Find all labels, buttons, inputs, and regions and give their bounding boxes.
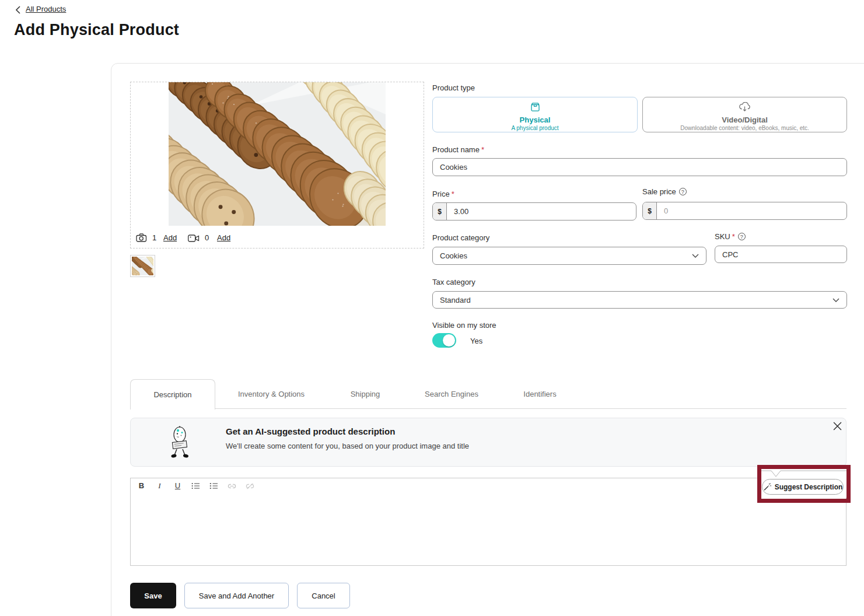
unlink-icon[interactable]: [241, 483, 259, 489]
suggest-description-button[interactable]: Suggest Description: [762, 479, 844, 495]
product-type-label: Product type: [432, 83, 475, 92]
video-count: 0: [205, 233, 209, 242]
tax-category-select[interactable]: Standard: [432, 291, 847, 309]
add-photo-link[interactable]: Add: [163, 233, 177, 242]
magic-wand-icon: [763, 483, 771, 491]
sale-price-value: 0: [657, 202, 846, 219]
tab-description[interactable]: Description: [130, 379, 215, 410]
product-type-physical[interactable]: Physical A physical product: [432, 97, 638, 132]
bold-button[interactable]: B: [132, 478, 151, 494]
bullet-list-icon[interactable]: [187, 482, 205, 489]
photo-count: 1: [152, 233, 156, 242]
price-label: Price*: [432, 190, 454, 198]
suggest-description-label: Suggest Description: [775, 483, 843, 491]
back-link[interactable]: All Products: [26, 5, 66, 13]
visibility-state: Yes: [470, 337, 482, 345]
cloud-download-icon: [739, 102, 751, 112]
help-icon[interactable]: ?: [679, 188, 687, 195]
tab-label: Identifiers: [523, 390, 556, 398]
product-name-input[interactable]: Cookies: [432, 158, 847, 176]
tax-category-label: Tax category: [432, 278, 475, 286]
package-icon: [530, 102, 540, 112]
tax-category-value: Standard: [440, 296, 471, 304]
save-button[interactable]: Save: [130, 583, 176, 608]
chevron-down-icon: [832, 298, 839, 302]
required-asterisk: *: [452, 190, 454, 198]
product-category-select[interactable]: Cookies: [432, 247, 706, 265]
sku-label: SKU*?: [715, 232, 746, 241]
camera-icon: [136, 233, 147, 242]
visibility-toggle[interactable]: [432, 333, 456, 348]
tab-label: Search Engines: [425, 390, 478, 398]
add-video-link[interactable]: Add: [217, 233, 230, 242]
product-category-label: Product category: [432, 233, 489, 242]
save-and-add-another-button[interactable]: Save and Add Another: [184, 583, 289, 608]
back-chevron-icon[interactable]: [15, 6, 21, 14]
add-product-page: All Products Add Physical Product 1 Add …: [0, 0, 864, 616]
sale-price-label: Sale price?: [642, 187, 687, 196]
editor-toolbar: B I U: [130, 478, 846, 494]
product-type-digital[interactable]: Video/Digital Downloadable content: vide…: [642, 97, 847, 132]
required-asterisk: *: [481, 145, 484, 154]
required-asterisk: *: [732, 232, 735, 241]
ai-banner-title: Get an AI-suggested product description: [226, 426, 395, 436]
tab-shipping[interactable]: Shipping: [327, 379, 403, 409]
tab-label: Inventory & Options: [238, 390, 305, 398]
numbered-list-icon[interactable]: [205, 482, 223, 489]
sale-price-input[interactable]: $ 0: [642, 202, 847, 220]
physical-title: Physical: [433, 116, 637, 124]
photo-thumbnail-image: [132, 257, 153, 275]
currency-prefix: $: [643, 202, 657, 219]
photo-thumbnail[interactable]: [130, 255, 155, 277]
product-category-value: Cookies: [440, 251, 467, 260]
product-name-value: Cookies: [440, 163, 467, 172]
description-editor-body[interactable]: [130, 494, 846, 566]
tab-identifiers[interactable]: Identifiers: [500, 379, 580, 409]
product-photo-cookies: [169, 82, 386, 226]
chevron-down-icon: [692, 254, 699, 258]
digital-subtitle: Downloadable content: video, eBooks, mus…: [643, 125, 846, 131]
cancel-button[interactable]: Cancel: [297, 583, 350, 608]
italic-button[interactable]: I: [151, 478, 169, 494]
help-icon[interactable]: ?: [738, 233, 746, 240]
physical-subtitle: A physical product: [433, 125, 637, 131]
toggle-knob: [443, 334, 455, 346]
product-name-label: Product name*: [432, 145, 484, 154]
close-icon[interactable]: [833, 422, 842, 430]
visibility-label: Visible on my store: [432, 321, 496, 330]
tab-search-engines[interactable]: Search Engines: [403, 379, 500, 409]
tab-inventory-options[interactable]: Inventory & Options: [215, 379, 327, 409]
sku-value: CPC: [722, 250, 738, 259]
underline-button[interactable]: U: [169, 478, 187, 494]
page-title: Add Physical Product: [14, 21, 179, 39]
price-input[interactable]: $ 3.00: [432, 202, 636, 220]
ai-banner-subtitle: We'll create some content for you, based…: [226, 442, 469, 450]
ai-mascot-illustration: [169, 426, 192, 460]
tab-label: Description: [153, 390, 191, 399]
currency-prefix: $: [433, 203, 447, 220]
price-value: 3.00: [447, 203, 636, 220]
sku-input[interactable]: CPC: [715, 246, 847, 263]
video-camera-icon: [188, 235, 200, 242]
tab-label: Shipping: [351, 390, 380, 398]
digital-title: Video/Digital: [643, 116, 846, 124]
link-icon[interactable]: [223, 484, 241, 489]
